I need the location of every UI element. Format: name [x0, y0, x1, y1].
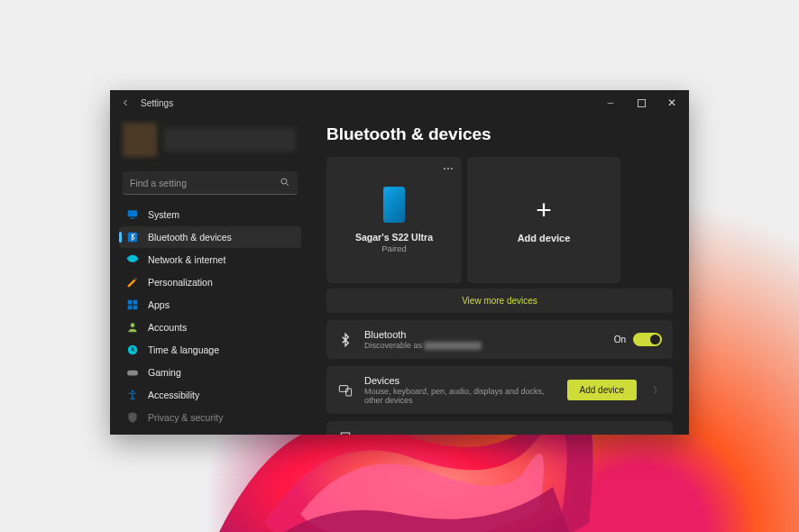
sidebar-item-personalization[interactable]: Personalization — [119, 271, 301, 293]
window-controls: ─ ✕ — [595, 90, 687, 115]
bluetooth-row-subtitle: Discoverable as — [364, 341, 603, 350]
maximize-button[interactable] — [626, 90, 657, 115]
phone-icon — [383, 187, 405, 223]
nav-label: Privacy & security — [148, 412, 223, 423]
sidebar-item-gaming[interactable]: Gaming — [119, 362, 301, 383]
svg-rect-8 — [133, 306, 138, 310]
accessibility-icon — [126, 389, 139, 401]
system-icon — [126, 208, 139, 221]
sidebar-item-accounts[interactable]: Accounts — [119, 316, 301, 338]
avatar — [123, 123, 157, 157]
sidebar-item-bluetooth[interactable]: Bluetooth & devices — [119, 226, 301, 248]
nav-label: Bluetooth & devices — [148, 232, 232, 243]
privacy-icon — [126, 411, 139, 424]
sidebar-item-accessibility[interactable]: Accessibility — [119, 384, 301, 406]
blurred-device-name — [424, 342, 482, 350]
devices-row[interactable]: Devices Mouse, keyboard, pen, audio, dis… — [326, 366, 673, 414]
bluetooth-toggle-row: Bluetooth Discoverable as On — [326, 320, 673, 359]
paired-device-card[interactable]: ⋯ Sagar's S22 Ultra Paired — [326, 157, 462, 283]
nav-label: Gaming — [148, 367, 181, 378]
chevron-right-icon: 〉 — [653, 384, 662, 397]
plus-icon: + — [536, 197, 552, 224]
sidebar-item-apps[interactable]: Apps — [119, 294, 301, 316]
view-more-devices-button[interactable]: View more devices — [326, 289, 673, 313]
nav-label: System — [148, 209, 179, 220]
device-name: Sagar's S22 Ultra — [355, 232, 433, 243]
devices-row-title: Devices — [364, 375, 556, 386]
page-title: Bluetooth & devices — [326, 124, 673, 144]
printers-row-icon — [337, 430, 354, 435]
bluetooth-icon — [126, 231, 139, 243]
profile-text-blurred — [164, 128, 296, 151]
sidebar-item-system[interactable]: System — [119, 204, 301, 225]
add-device-label: Add device — [518, 233, 571, 243]
svg-rect-3 — [131, 218, 135, 219]
printers-row[interactable]: Printers & scanners — [326, 421, 673, 435]
device-more-button[interactable]: ⋯ — [443, 162, 455, 175]
bluetooth-row-title: Bluetooth — [364, 329, 603, 340]
search-icon — [280, 175, 290, 191]
nav-label: Apps — [148, 299, 170, 310]
minimize-button[interactable]: ─ — [595, 90, 626, 115]
nav-label: Accounts — [148, 322, 187, 333]
titlebar: Settings ─ ✕ — [110, 90, 689, 115]
bluetooth-row-icon — [337, 332, 354, 348]
nav-label: Personalization — [148, 277, 213, 288]
apps-icon — [126, 298, 139, 311]
nav-label: Time & language — [148, 344, 219, 355]
svg-rect-0 — [638, 99, 645, 106]
svg-point-9 — [131, 323, 135, 327]
svg-rect-7 — [128, 306, 133, 310]
add-device-button[interactable]: Add device — [567, 380, 637, 400]
nav-label: Accessibility — [148, 390, 199, 400]
network-icon — [126, 253, 139, 266]
back-button[interactable] — [119, 96, 132, 109]
search-input[interactable] — [130, 178, 280, 188]
svg-rect-14 — [341, 433, 349, 435]
toggle-label: On — [614, 335, 626, 344]
gaming-icon — [126, 366, 139, 379]
svg-rect-5 — [128, 300, 133, 305]
close-button[interactable]: ✕ — [657, 90, 687, 115]
svg-rect-4 — [128, 233, 138, 243]
search-box[interactable] — [123, 171, 298, 195]
main-content: Bluetooth & devices ⋯ Sagar's S22 Ultra … — [310, 115, 689, 435]
accounts-icon — [126, 321, 139, 334]
settings-window: Settings ─ ✕ Sys — [110, 90, 689, 435]
window-title: Settings — [141, 98, 173, 108]
device-status: Paired — [381, 243, 406, 253]
nav-label: Network & internet — [148, 254, 225, 265]
devices-row-subtitle: Mouse, keyboard, pen, audio, displays an… — [364, 387, 556, 405]
svg-rect-6 — [133, 300, 138, 305]
nav-list: System Bluetooth & devices Network & int… — [119, 204, 301, 428]
device-cards: ⋯ Sagar's S22 Ultra Paired + Add device — [326, 157, 673, 283]
printers-row-title: Printers & scanners — [364, 433, 662, 435]
devices-row-icon — [337, 382, 354, 399]
sidebar-item-time[interactable]: Time & language — [119, 339, 301, 361]
user-profile[interactable] — [119, 121, 301, 166]
bluetooth-toggle[interactable] — [633, 333, 662, 346]
svg-point-1 — [281, 179, 287, 184]
personalization-icon — [126, 276, 139, 289]
sidebar: System Bluetooth & devices Network & int… — [110, 115, 310, 435]
svg-rect-2 — [128, 210, 138, 216]
time-icon — [126, 344, 139, 356]
sidebar-item-network[interactable]: Network & internet — [119, 249, 301, 271]
sidebar-item-privacy[interactable]: Privacy & security — [119, 407, 301, 428]
svg-point-11 — [132, 390, 133, 392]
add-device-card[interactable]: + Add device — [467, 157, 620, 283]
svg-rect-13 — [346, 389, 352, 396]
